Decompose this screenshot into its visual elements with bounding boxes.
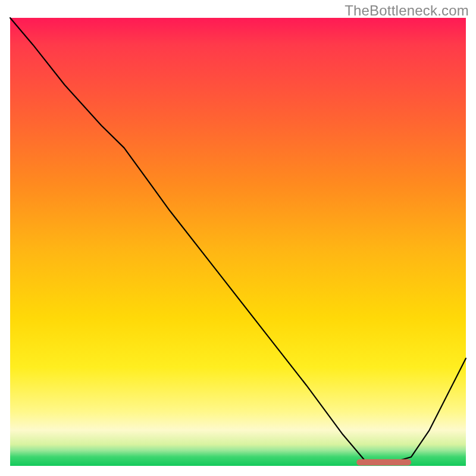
plot-area bbox=[10, 18, 466, 466]
bottleneck-curve bbox=[10, 18, 466, 464]
chart-overlay-svg bbox=[10, 18, 466, 466]
optimal-zone-marker bbox=[356, 459, 411, 466]
chart-wrapper: TheBottleneck.com bbox=[0, 0, 476, 476]
watermark-text: TheBottleneck.com bbox=[345, 2, 469, 19]
